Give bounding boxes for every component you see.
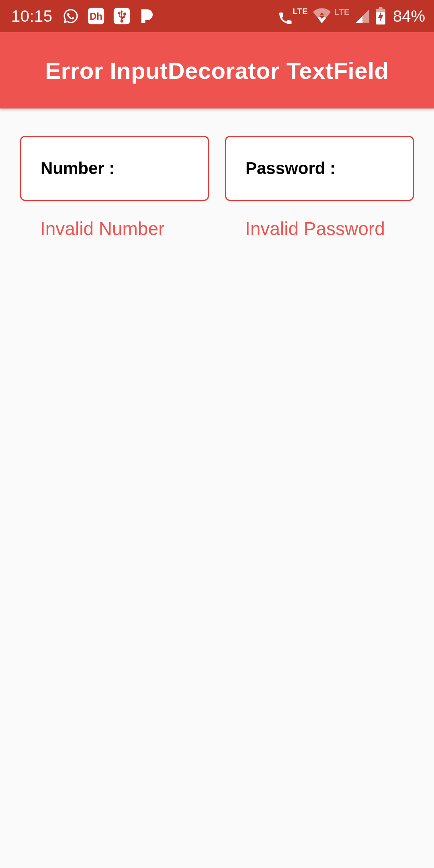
lte-dim-label: LTE [334,8,350,17]
battery-charging-icon [375,7,387,25]
number-field-column: Invalid Number [20,136,209,240]
wifi-icon [313,8,331,24]
app-bar: Error InputDecorator TextField [0,32,434,108]
number-input[interactable] [41,159,188,178]
form-content: Invalid Number Invalid Password [0,108,434,240]
usb-icon [113,7,131,25]
wifi-calling-icon: LTE [277,6,309,26]
number-input-outline[interactable] [20,136,209,201]
status-bar-left: 10:15 Dh [11,7,277,25]
lte-label: LTE [293,7,308,16]
android-status-bar: 10:15 Dh LTE LTE 84% [0,0,434,32]
status-time: 10:15 [11,7,53,25]
password-error-text: Invalid Password [225,201,414,240]
cellular-signal-icon [354,8,371,24]
whatsapp-icon [62,8,79,25]
svg-rect-3 [379,7,383,9]
pandora-icon [139,8,155,24]
app-bar-title: Error InputDecorator TextField [45,57,389,84]
password-input[interactable] [246,159,393,178]
status-bar-right: LTE LTE 84% [277,6,425,26]
password-field-column: Invalid Password [225,136,414,240]
password-input-outline[interactable] [225,136,414,201]
svg-text:Dh: Dh [90,11,102,22]
dh-icon: Dh [87,7,105,25]
number-error-text: Invalid Number [20,201,209,240]
battery-percentage: 84% [393,7,425,25]
